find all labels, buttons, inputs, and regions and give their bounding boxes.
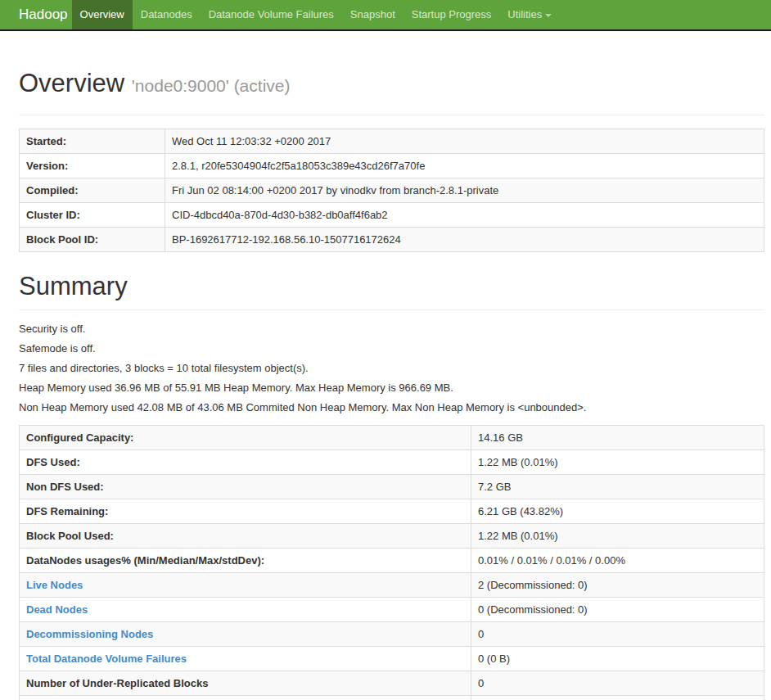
row-label: Started: <box>20 129 165 154</box>
nav-item-datanodes: Datanodes <box>133 0 201 29</box>
nav-item-datanode-volume-failures: Datanode Volume Failures <box>201 0 342 29</box>
summary-note: Non Heap Memory used 42.08 MB of 43.06 M… <box>19 402 764 413</box>
row-label: Block Pool Used: <box>20 524 471 549</box>
row-value: 0 (Decommissioned: 0) <box>471 598 764 622</box>
row-label: DFS Used: <box>20 450 471 475</box>
row-label: DataNodes usages% (Min/Median/Max/stdDev… <box>20 549 471 573</box>
summary-title: Summary <box>19 272 764 301</box>
nav-link-datanode-volume-failures[interactable]: Datanode Volume Failures <box>201 0 342 29</box>
summary-note: Heap Memory used 36.96 MB of 55.91 MB He… <box>19 382 764 394</box>
row-value: Fri Jun 02 08:14:00 +0200 2017 by vinodk… <box>165 178 764 203</box>
row-label: Dead Nodes <box>20 598 471 622</box>
row-value: 0 <box>471 622 764 647</box>
row-label: DFS Remaining: <box>20 499 471 524</box>
info-table-body: Started:Wed Oct 11 12:03:32 +0200 2017Ve… <box>20 129 764 252</box>
page-title-text: Overview <box>19 69 124 97</box>
nav-link-startup-progress[interactable]: Startup Progress <box>404 0 500 29</box>
brand-hadoop[interactable]: Hadoop <box>19 0 68 29</box>
live-nodes-link[interactable]: Live Nodes <box>26 579 83 591</box>
table-row: DFS Remaining:6.21 GB (43.82%) <box>20 499 764 524</box>
nav-item-startup-progress: Startup Progress <box>404 0 500 29</box>
row-value: 0 <box>471 696 764 700</box>
row-value: 0 (0 B) <box>471 647 764 671</box>
table-row: Configured Capacity:14.16 GB <box>20 426 764 450</box>
row-label: Block Pool ID: <box>20 228 165 252</box>
table-row: DataNodes usages% (Min/Median/Max/stdDev… <box>20 549 764 573</box>
table-row: Version:2.8.1, r20fe5304904fc2f5a18053c3… <box>20 154 764 178</box>
nav-link-utilities[interactable]: Utilities <box>499 0 560 29</box>
row-value: 1.22 MB (0.01%) <box>471 524 764 549</box>
summary-note: Safemode is off. <box>19 343 764 355</box>
table-row: Cluster ID:CID-4dbcd40a-870d-4d30-b382-d… <box>20 203 764 228</box>
page-title: Overview 'node0:9000' (active) <box>19 69 764 101</box>
table-row: Number of Blocks Pending Deletion0 <box>20 696 764 700</box>
caret-down-icon <box>545 14 552 17</box>
row-value: 2.8.1, r20fe5304904fc2f5a18053c389e43cd2… <box>165 154 764 178</box>
summary-table-body: Configured Capacity:14.16 GBDFS Used:1.2… <box>20 426 764 700</box>
nav-item-snapshot: Snapshot <box>342 0 404 29</box>
info-table: Started:Wed Oct 11 12:03:32 +0200 2017Ve… <box>19 129 764 252</box>
nav-link-datanodes[interactable]: Datanodes <box>133 0 201 29</box>
row-value: 7.2 GB <box>471 475 764 499</box>
row-value: 0.01% / 0.01% / 0.01% / 0.00% <box>471 549 764 573</box>
nav-item-overview: Overview <box>72 0 133 29</box>
navbar: Hadoop OverviewDatanodesDatanode Volume … <box>0 0 771 31</box>
row-label: Configured Capacity: <box>20 426 471 450</box>
row-label: Number of Under-Replicated Blocks <box>20 671 471 696</box>
table-row: Total Datanode Volume Failures0 (0 B) <box>20 647 764 671</box>
row-value: BP-1692617712-192.168.56.10-150771617262… <box>165 228 764 252</box>
nav-link-snapshot[interactable]: Snapshot <box>342 0 404 29</box>
row-label: Version: <box>20 154 165 178</box>
row-label: Compiled: <box>20 178 165 203</box>
page-content: Overview 'node0:9000' (active) Started:W… <box>0 69 771 700</box>
table-row: Compiled:Fri Jun 02 08:14:00 +0200 2017 … <box>20 178 764 203</box>
total-datanode-volume-failures-link[interactable]: Total Datanode Volume Failures <box>26 653 187 665</box>
table-row: Started:Wed Oct 11 12:03:32 +0200 2017 <box>20 129 764 154</box>
table-row: Block Pool ID:BP-1692617712-192.168.56.1… <box>20 228 764 252</box>
table-row: Non DFS Used:7.2 GB <box>20 475 764 499</box>
row-value: CID-4dbcd40a-870d-4d30-b382-db0aff4f6ab2 <box>165 203 764 228</box>
nav-link-overview[interactable]: Overview <box>72 0 133 29</box>
table-row: Live Nodes2 (Decommissioned: 0) <box>20 573 764 598</box>
row-label: Non DFS Used: <box>20 475 471 499</box>
row-label: Cluster ID: <box>20 203 165 228</box>
row-value: 1.22 MB (0.01%) <box>471 450 764 475</box>
row-value: 0 <box>471 671 764 696</box>
summary-table: Configured Capacity:14.16 GBDFS Used:1.2… <box>19 425 764 700</box>
row-value: 6.21 GB (43.82%) <box>471 499 764 524</box>
dead-nodes-link[interactable]: Dead Nodes <box>26 603 88 616</box>
summary-divider <box>19 309 764 310</box>
page-subtitle: 'node0:9000' (active) <box>132 76 291 95</box>
title-divider <box>19 115 764 115</box>
table-row: Number of Under-Replicated Blocks0 <box>20 671 764 696</box>
table-row: Block Pool Used:1.22 MB (0.01%) <box>20 524 764 549</box>
row-label: Number of Blocks Pending Deletion <box>20 696 471 700</box>
row-value: Wed Oct 11 12:03:32 +0200 2017 <box>165 129 764 154</box>
row-value: 2 (Decommissioned: 0) <box>471 573 764 598</box>
title-block: Overview 'node0:9000' (active) <box>19 69 764 101</box>
row-label: Decommissioning Nodes <box>20 622 471 647</box>
row-value: 14.16 GB <box>471 426 764 450</box>
table-row: DFS Used:1.22 MB (0.01%) <box>20 450 764 475</box>
nav-item-utilities: Utilities <box>499 0 560 29</box>
row-label: Total Datanode Volume Failures <box>20 647 471 671</box>
summary-note: Security is off. <box>19 323 764 335</box>
table-row: Decommissioning Nodes0 <box>20 622 764 647</box>
row-label: Live Nodes <box>20 573 471 598</box>
table-row: Dead Nodes0 (Decommissioned: 0) <box>20 598 764 622</box>
navbar-menu: OverviewDatanodesDatanode Volume Failure… <box>72 0 561 29</box>
decommissioning-nodes-link[interactable]: Decommissioning Nodes <box>26 628 153 640</box>
summary-notes: Security is off.Safemode is off.7 files … <box>19 323 764 413</box>
summary-note: 7 files and directories, 3 blocks = 10 t… <box>19 363 764 374</box>
